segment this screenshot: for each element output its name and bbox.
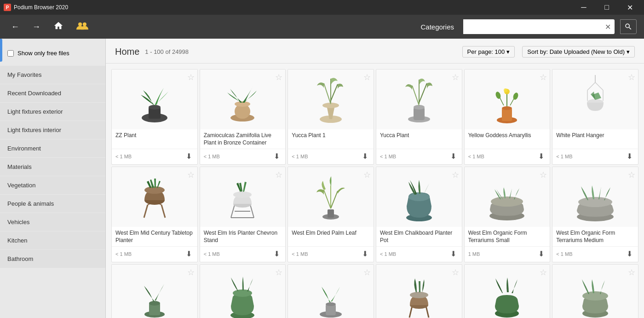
sidebar-item-environment[interactable]: Environment	[0, 139, 105, 157]
favorite-button[interactable]: ☆	[187, 72, 195, 82]
back-button[interactable]: ←	[7, 20, 23, 34]
item-card[interactable]: ☆ West Elm Iris Planter Chevron Stand < …	[200, 167, 286, 262]
free-files-checkbox[interactable]	[7, 50, 14, 57]
item-thumbnail: ☆	[288, 69, 374, 129]
item-card[interactable]: ☆ White Plant Hanger < 1 MB⬇	[552, 69, 638, 165]
favorite-button[interactable]: ☆	[540, 170, 547, 180]
item-thumbnail: ☆	[376, 167, 462, 227]
item-card[interactable]: ☆ < 1 MB⬇	[111, 264, 198, 318]
sidebar-item-light-fixtures-interior[interactable]: Light fixtures interior	[0, 121, 105, 139]
download-button[interactable]: ⬇	[448, 249, 458, 259]
download-button[interactable]: ⬇	[184, 151, 194, 162]
favorite-button[interactable]: ☆	[452, 267, 459, 278]
free-files-toggle[interactable]: Show only free files	[0, 42, 105, 64]
item-thumbnail: ☆	[465, 265, 550, 318]
sidebar-item-my-favorites[interactable]: My Favorites	[0, 66, 105, 84]
item-size: < 1 MB	[380, 251, 396, 257]
favorite-button[interactable]: ☆	[540, 72, 547, 82]
favorite-button[interactable]: ☆	[452, 72, 459, 82]
download-button[interactable]: ⬇	[536, 151, 546, 162]
item-card[interactable]: ☆ West Elm Mid Century Tabletop Planter …	[111, 167, 198, 262]
favorite-button[interactable]: ☆	[540, 267, 547, 278]
favorite-button[interactable]: ☆	[187, 267, 195, 278]
item-card[interactable]: ☆ West Elm Organic Form Terrariums Small…	[464, 167, 551, 262]
favorite-button[interactable]: ☆	[275, 72, 282, 82]
item-thumbnail: ☆	[200, 265, 286, 318]
favorite-button[interactable]: ☆	[628, 170, 635, 180]
item-thumbnail: ☆	[376, 265, 462, 318]
svg-line-61	[409, 306, 412, 318]
item-thumbnail: ☆	[288, 265, 374, 318]
svg-point-52	[578, 197, 612, 207]
sort-button[interactable]: Sort by: Date Uploaded (New to Old) ▾	[522, 46, 635, 58]
download-button[interactable]: ⬇	[625, 249, 634, 259]
favorite-button[interactable]: ☆	[363, 267, 371, 278]
item-card[interactable]: ☆ < 1 MB⬇	[376, 264, 462, 318]
item-size: < 1 MB	[115, 251, 132, 257]
svg-point-57	[233, 289, 252, 297]
favorite-button[interactable]: ☆	[452, 170, 459, 180]
search-button[interactable]	[620, 19, 637, 34]
search-input[interactable]	[463, 19, 601, 34]
favorite-button[interactable]: ☆	[628, 267, 635, 278]
item-size: < 1 MB	[204, 154, 220, 159]
items-grid: ☆ ZZ Plant < 1 MB⬇ ☆ Zamioculcas Zamiifo…	[106, 64, 644, 318]
svg-point-67	[582, 291, 608, 301]
sidebar-item-bathroom[interactable]: Bathroom	[0, 250, 105, 268]
item-card[interactable]: ☆ West Elm Organic Form Terrariums Mediu…	[552, 167, 638, 262]
svg-line-62	[426, 306, 429, 318]
download-button[interactable]: ⬇	[272, 249, 282, 259]
download-button[interactable]: ⬇	[360, 151, 370, 162]
sidebar-item-light-fixtures-exterior[interactable]: Light fixtures exterior	[0, 103, 105, 121]
download-button[interactable]: ⬇	[625, 151, 634, 162]
download-button[interactable]: ⬇	[184, 249, 194, 259]
item-card[interactable]: ☆ West Elm Chalkboard Planter Pot < 1 MB…	[376, 167, 462, 262]
free-files-label: Show only free files	[17, 50, 69, 57]
sidebar-item-recent-downloaded[interactable]: Recent Downloaded	[0, 84, 105, 102]
favorite-button[interactable]: ☆	[628, 72, 635, 82]
forward-button[interactable]: →	[29, 20, 44, 34]
download-button[interactable]: ⬇	[536, 249, 546, 259]
item-card[interactable]: ☆ < 1 MB⬇	[288, 264, 374, 318]
item-card[interactable]: ☆ Yucca Plant 1 < 1 MB⬇	[288, 69, 374, 165]
item-card[interactable]: ☆ Yellow Goddess Amaryllis < 1 MB⬇	[464, 69, 551, 165]
svg-point-7	[235, 101, 250, 107]
download-button[interactable]: ⬇	[360, 249, 370, 259]
sidebar-item-people-animals[interactable]: People & animals	[0, 195, 105, 213]
item-card[interactable]: ☆ Yucca Plant < 1 MB⬇	[376, 69, 462, 165]
item-card[interactable]: ☆ ZZ Plant < 1 MB⬇	[111, 69, 198, 165]
item-card[interactable]: ☆ Zamioculcas Zamiifolia Live Plant in B…	[200, 69, 286, 165]
download-button[interactable]: ⬇	[272, 151, 282, 162]
favorite-button[interactable]: ☆	[363, 170, 371, 180]
sidebar-item-vegetation[interactable]: Vegetation	[0, 176, 105, 194]
user-button[interactable]	[73, 19, 92, 35]
item-card[interactable]: ☆ < 1 MB⬇	[552, 264, 638, 318]
home-button[interactable]	[50, 19, 67, 35]
item-card[interactable]: ☆ < 1 MB⬇	[200, 264, 286, 318]
search-clear-button[interactable]: ✕	[601, 23, 615, 31]
item-size: < 1 MB	[292, 154, 308, 159]
sidebar-item-materials[interactable]: Materials	[0, 158, 105, 176]
svg-point-41	[233, 191, 252, 198]
maximize-button[interactable]: □	[596, 0, 617, 15]
per-page-button[interactable]: Per page: 100 ▾	[462, 46, 515, 58]
item-name: Yucca Plant 1	[292, 132, 370, 147]
item-size: < 1 MB	[468, 154, 484, 159]
item-name: Zamioculcas Zamiifolia Live Plant in Bro…	[204, 132, 282, 147]
favorite-button[interactable]: ☆	[275, 170, 282, 180]
download-button[interactable]: ⬇	[448, 151, 458, 162]
item-card[interactable]: ☆ < 1 MB⬇	[464, 264, 551, 318]
favorite-button[interactable]: ☆	[187, 170, 195, 180]
close-button[interactable]: ✕	[619, 0, 640, 15]
favorite-button[interactable]: ☆	[275, 267, 282, 278]
item-card[interactable]: ☆ West Elm Dried Palm Leaf < 1 MB⬇	[288, 167, 374, 262]
svg-line-44	[324, 190, 331, 208]
sidebar-item-vehicles[interactable]: Vehicles	[0, 213, 105, 231]
item-name: West Elm Chalkboard Planter Pot	[380, 230, 458, 244]
content-area: Home 1 - 100 of 24998 Per page: 100 ▾ So…	[106, 39, 644, 318]
minimize-button[interactable]: ─	[573, 0, 594, 15]
item-thumbnail: ☆	[112, 265, 197, 318]
search-box: ✕	[463, 19, 615, 34]
favorite-button[interactable]: ☆	[363, 72, 371, 82]
sidebar-item-kitchen[interactable]: Kitchen	[0, 231, 105, 249]
